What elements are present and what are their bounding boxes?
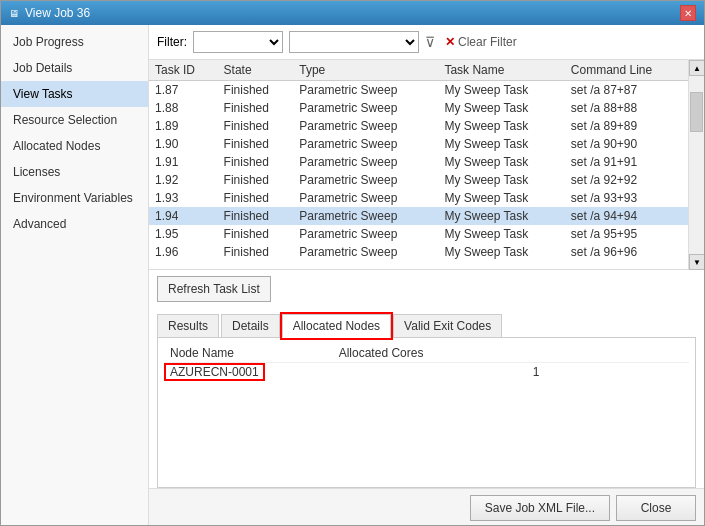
filter-label: Filter: [157,35,187,49]
cell-cmd: set /a 93+93 [565,189,688,207]
cell-state: Finished [218,207,294,225]
cell-task-name: My Sweep Task [438,81,564,100]
sidebar-item-view-tasks[interactable]: View Tasks [1,81,148,107]
filter-value-select[interactable] [289,31,419,53]
sidebar-item-allocated-nodes[interactable]: Allocated Nodes [1,133,148,159]
tab-details[interactable]: Details [221,314,280,337]
refresh-task-list-button[interactable]: Refresh Task List [157,276,271,302]
close-icon[interactable]: ✕ [680,5,696,21]
node-name-value: AZURECN-0001 [170,365,259,379]
table-row[interactable]: 1.88 Finished Parametric Sweep My Sweep … [149,99,688,117]
scroll-down-arrow[interactable]: ▼ [689,254,704,270]
cell-task-name: My Sweep Task [438,243,564,261]
table-row[interactable]: 1.89 Finished Parametric Sweep My Sweep … [149,117,688,135]
cell-type: Parametric Sweep [293,189,438,207]
sidebar-item-environment-variables[interactable]: Environment Variables [1,185,148,211]
col-task-name: Task Name [438,60,564,81]
task-table: Task ID State Type Task Name Command Lin… [149,60,688,261]
sidebar-item-licenses[interactable]: Licenses [1,159,148,185]
col-node-name: Node Name [164,344,333,363]
cell-type: Parametric Sweep [293,81,438,100]
cell-task-id: 1.93 [149,189,218,207]
cell-cmd: set /a 94+94 [565,207,688,225]
col-task-id: Task ID [149,60,218,81]
cell-cmd: set /a 89+89 [565,117,688,135]
x-icon: ✕ [445,35,455,49]
right-panel: Filter: ⊽ ✕ Clear Filter [149,25,704,525]
col-allocated-cores: Allocated Cores [333,344,689,363]
table-row[interactable]: 1.90 Finished Parametric Sweep My Sweep … [149,135,688,153]
table-row[interactable]: 1.92 Finished Parametric Sweep My Sweep … [149,171,688,189]
tabs-section: Results Details Allocated Nodes Valid Ex… [149,308,704,488]
node-row: AZURECN-0001 1 [164,363,689,382]
refresh-section: Refresh Task List [149,270,704,308]
cell-cmd: set /a 92+92 [565,171,688,189]
cell-state: Finished [218,99,294,117]
tab-allocated-nodes[interactable]: Allocated Nodes [282,314,391,338]
cell-task-name: My Sweep Task [438,135,564,153]
cell-task-name: My Sweep Task [438,153,564,171]
cell-type: Parametric Sweep [293,153,438,171]
table-row[interactable]: 1.87 Finished Parametric Sweep My Sweep … [149,81,688,100]
cell-task-name: My Sweep Task [438,99,564,117]
cell-state: Finished [218,225,294,243]
table-row[interactable]: 1.96 Finished Parametric Sweep My Sweep … [149,243,688,261]
cell-task-id: 1.89 [149,117,218,135]
cell-type: Parametric Sweep [293,225,438,243]
cell-state: Finished [218,243,294,261]
cell-task-name: My Sweep Task [438,207,564,225]
sidebar-item-advanced[interactable]: Advanced [1,211,148,237]
tab-content-allocated-nodes: Node Name Allocated Cores AZURECN-0001 1 [157,338,696,488]
tab-valid-exit-codes[interactable]: Valid Exit Codes [393,314,502,337]
table-row[interactable]: 1.93 Finished Parametric Sweep My Sweep … [149,189,688,207]
filter-field-select[interactable] [193,31,283,53]
cell-state: Finished [218,189,294,207]
sidebar-item-job-progress[interactable]: Job Progress [1,29,148,55]
scroll-thumb[interactable] [690,92,703,132]
table-row[interactable]: 1.91 Finished Parametric Sweep My Sweep … [149,153,688,171]
table-row[interactable]: 1.94 Finished Parametric Sweep My Sweep … [149,207,688,225]
sidebar: Job Progress Job Details View Tasks Reso… [1,25,149,525]
cell-state: Finished [218,153,294,171]
allocated-cores-cell: 1 [333,363,689,382]
task-table-container[interactable]: Task ID State Type Task Name Command Lin… [149,60,688,270]
close-button[interactable]: Close [616,495,696,521]
cell-state: Finished [218,117,294,135]
task-scrollbar[interactable]: ▲ ▼ [688,60,704,270]
window-icon: 🖥 [9,8,19,19]
cell-cmd: set /a 91+91 [565,153,688,171]
col-state: State [218,60,294,81]
tab-bar: Results Details Allocated Nodes Valid Ex… [157,314,696,338]
cell-task-id: 1.90 [149,135,218,153]
tab-results[interactable]: Results [157,314,219,337]
cell-task-name: My Sweep Task [438,171,564,189]
col-command-line: Command Line [565,60,688,81]
cell-type: Parametric Sweep [293,117,438,135]
scroll-up-arrow[interactable]: ▲ [689,60,704,76]
cell-state: Finished [218,171,294,189]
sidebar-item-resource-selection[interactable]: Resource Selection [1,107,148,133]
cell-type: Parametric Sweep [293,135,438,153]
sidebar-item-job-details[interactable]: Job Details [1,55,148,81]
window-title: View Job 36 [25,6,90,20]
clear-filter-button[interactable]: ✕ Clear Filter [441,33,521,51]
cell-cmd: set /a 96+96 [565,243,688,261]
cell-type: Parametric Sweep [293,171,438,189]
title-bar: 🖥 View Job 36 ✕ [1,1,704,25]
cell-cmd: set /a 95+95 [565,225,688,243]
col-type: Type [293,60,438,81]
save-job-xml-button[interactable]: Save Job XML File... [470,495,610,521]
cell-state: Finished [218,81,294,100]
cell-task-name: My Sweep Task [438,189,564,207]
cell-state: Finished [218,135,294,153]
cell-type: Parametric Sweep [293,243,438,261]
cell-cmd: set /a 90+90 [565,135,688,153]
cell-task-name: My Sweep Task [438,117,564,135]
table-row[interactable]: 1.95 Finished Parametric Sweep My Sweep … [149,225,688,243]
clear-filter-label: Clear Filter [458,35,517,49]
task-table-wrapper: Task ID State Type Task Name Command Lin… [149,60,688,270]
node-table: Node Name Allocated Cores AZURECN-0001 1 [164,344,689,381]
funnel-icon: ⊽ [425,34,435,50]
cell-task-id: 1.95 [149,225,218,243]
cell-type: Parametric Sweep [293,207,438,225]
